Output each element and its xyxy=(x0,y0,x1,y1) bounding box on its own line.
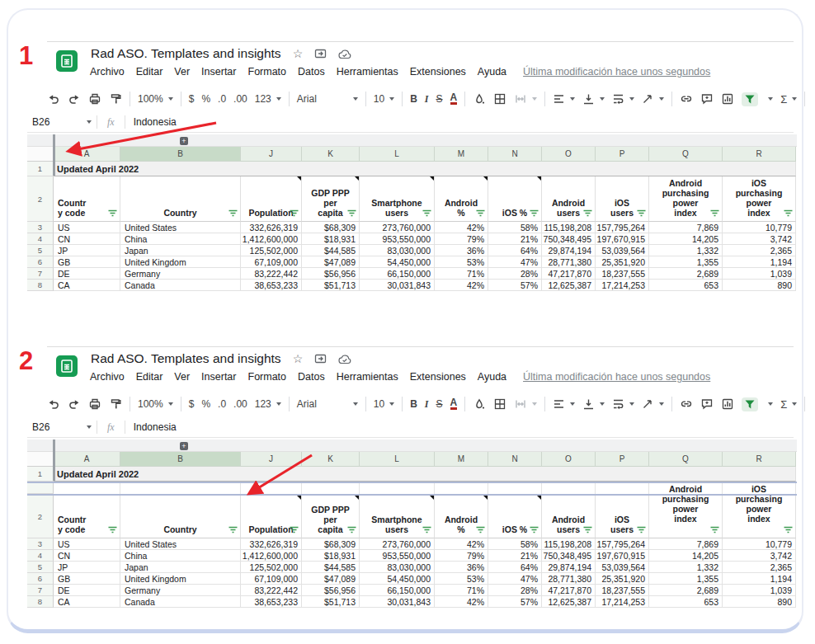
cell[interactable]: 890 xyxy=(723,596,796,608)
select-all-corner[interactable] xyxy=(27,147,54,162)
cell[interactable]: 1,412,600,000 xyxy=(241,550,302,562)
row-header-5[interactable]: 5 xyxy=(27,245,54,256)
format-percent-button[interactable]: % xyxy=(201,93,210,105)
cell[interactable]: 21% xyxy=(488,550,542,562)
cell[interactable]: 17,214,253 xyxy=(596,280,649,291)
row-header-4[interactable]: 4 xyxy=(27,233,54,245)
cell[interactable]: $51,713 xyxy=(302,280,360,291)
header-cell[interactable]: GDP PPP per capita xyxy=(302,496,360,538)
cell[interactable]: 273,760,000 xyxy=(360,538,435,550)
filter-views-caret[interactable] xyxy=(768,97,773,101)
menu-insertar[interactable]: Insertar xyxy=(201,66,236,78)
filter-icon[interactable] xyxy=(476,209,485,217)
redo-button[interactable] xyxy=(68,397,81,411)
menu-ayuda[interactable]: Ayuda xyxy=(478,66,506,78)
cell[interactable]: DE xyxy=(54,585,120,596)
cell[interactable]: 1,039 xyxy=(723,268,796,280)
text-color-button[interactable]: A xyxy=(450,398,458,410)
cell[interactable]: 273,760,000 xyxy=(360,222,435,233)
cell[interactable]: 53,039,564 xyxy=(596,245,649,256)
cell[interactable]: 58% xyxy=(488,538,542,550)
cell[interactable]: 12,625,387 xyxy=(542,280,596,291)
cloud-status-icon[interactable] xyxy=(338,354,351,364)
filter-icon[interactable] xyxy=(637,526,646,534)
cell[interactable]: United Kingdom xyxy=(120,256,241,268)
menu-archivo[interactable]: Archivo xyxy=(90,371,125,383)
cell[interactable]: 1,355 xyxy=(649,573,723,585)
filter-icon[interactable] xyxy=(583,209,592,217)
cell[interactable]: 30,031,843 xyxy=(360,596,435,608)
cell[interactable]: China xyxy=(120,233,241,245)
column-header-M[interactable]: M xyxy=(435,452,488,467)
cell[interactable]: 14,205 xyxy=(649,550,723,562)
menu-editar[interactable]: Editar xyxy=(136,66,163,78)
cell[interactable]: 750,348,495 xyxy=(542,550,596,562)
filter-button[interactable] xyxy=(742,92,758,106)
cell[interactable]: 66,150,000 xyxy=(360,585,435,596)
cell[interactable]: 54,450,000 xyxy=(360,573,435,585)
column-header-O[interactable]: O xyxy=(542,452,596,467)
filter-icon[interactable] xyxy=(228,526,238,534)
italic-button[interactable]: I xyxy=(425,93,429,106)
cell[interactable]: 25,351,920 xyxy=(596,256,649,268)
cell[interactable]: $18,931 xyxy=(302,233,360,245)
header-cell[interactable]: Country xyxy=(120,496,241,538)
cell[interactable]: Germany xyxy=(120,585,241,596)
header-cell[interactable]: Countr y code xyxy=(54,496,120,538)
print-button[interactable] xyxy=(88,92,101,106)
undo-button[interactable] xyxy=(47,92,60,106)
header-cell[interactable]: Android % xyxy=(435,176,488,222)
cell[interactable]: 71% xyxy=(435,268,488,280)
cell[interactable]: 125,502,000 xyxy=(241,245,302,256)
expand-column-group-button[interactable]: + xyxy=(180,137,188,145)
cell[interactable]: 29,874,194 xyxy=(542,562,596,573)
vertical-align-button[interactable] xyxy=(582,398,605,410)
header-cell[interactable]: iOS % xyxy=(488,496,542,538)
menu-datos[interactable]: Datos xyxy=(298,371,325,383)
cell[interactable]: 2,689 xyxy=(649,268,723,280)
cell[interactable]: 10,779 xyxy=(723,538,796,550)
text-wrap-button[interactable] xyxy=(612,93,634,105)
header-cell[interactable]: Countr y code xyxy=(54,176,120,222)
header-cell[interactable]: iOS users xyxy=(596,176,649,222)
decrease-decimals-button[interactable]: .0 xyxy=(218,93,226,105)
merge-cells-button[interactable] xyxy=(514,92,537,106)
cell[interactable]: 66,150,000 xyxy=(360,268,435,280)
header-cell[interactable]: Android % xyxy=(435,496,488,538)
menu-archivo[interactable]: Archivo xyxy=(90,66,125,78)
cell[interactable]: $47,089 xyxy=(302,256,360,268)
row-header-2[interactable]: 2 xyxy=(27,176,54,222)
cell[interactable]: 64% xyxy=(488,562,542,573)
menu-formato[interactable]: Formato xyxy=(248,371,287,383)
cell[interactable]: 2,365 xyxy=(723,245,796,256)
cell[interactable]: Japan xyxy=(120,562,241,573)
cell[interactable]: 30,031,843 xyxy=(360,280,435,291)
cell[interactable]: 53% xyxy=(435,573,488,585)
cell[interactable]: 197,670,915 xyxy=(596,550,649,562)
cell[interactable]: 57% xyxy=(488,280,542,291)
cell[interactable]: 10,779 xyxy=(723,222,796,233)
cell[interactable]: 953,550,000 xyxy=(360,550,435,562)
row-header-4[interactable]: 4 xyxy=(27,550,54,562)
cell[interactable]: Japan xyxy=(120,245,241,256)
menu-ayuda[interactable]: Ayuda xyxy=(478,371,506,383)
cell[interactable]: CN xyxy=(54,550,120,562)
header-cell[interactable]: Population xyxy=(241,496,302,538)
filter-views-caret[interactable] xyxy=(768,402,773,406)
row-header-8[interactable]: 8 xyxy=(27,596,54,608)
cell[interactable]: Canada xyxy=(120,280,241,291)
expand-column-group-button[interactable]: + xyxy=(180,442,188,450)
merge-cells-button[interactable] xyxy=(514,397,537,411)
cell[interactable]: 750,348,495 xyxy=(542,233,596,245)
fill-color-button[interactable] xyxy=(473,397,486,411)
cell[interactable]: 2,689 xyxy=(649,585,723,596)
cell[interactable]: $56,956 xyxy=(302,585,360,596)
filter-button[interactable] xyxy=(742,397,758,411)
cell[interactable]: 953,550,000 xyxy=(360,233,435,245)
insert-comment-button[interactable] xyxy=(700,92,714,106)
cell[interactable]: 54,450,000 xyxy=(360,256,435,268)
row-header-6[interactable]: 6 xyxy=(27,573,54,585)
cell[interactable]: 18,237,555 xyxy=(596,585,649,596)
filter-icon[interactable] xyxy=(530,209,539,217)
increase-decimals-button[interactable]: .00 xyxy=(233,398,247,410)
